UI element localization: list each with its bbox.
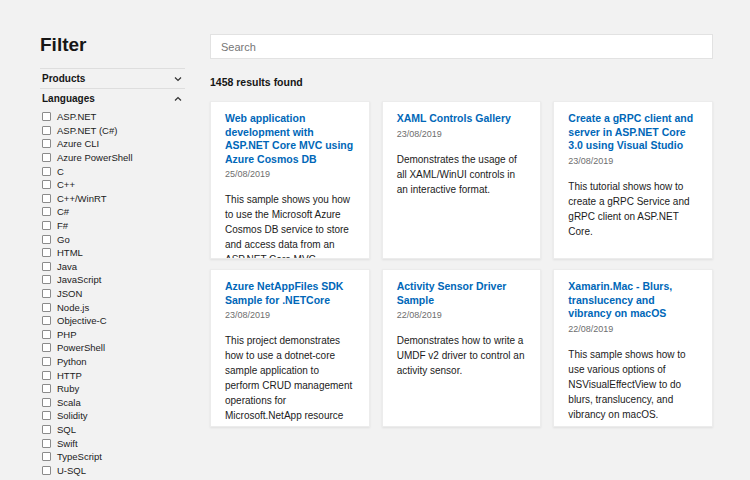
checkbox[interactable] [42, 289, 51, 298]
language-filter-option[interactable]: Python [40, 355, 185, 369]
checkbox[interactable] [42, 466, 51, 475]
language-label: C++/WinRT [57, 193, 106, 204]
language-label: Go [57, 234, 70, 245]
checkbox[interactable] [42, 207, 51, 216]
language-label: SQL [57, 424, 76, 435]
checkbox[interactable] [42, 167, 51, 176]
checkbox[interactable] [42, 384, 51, 393]
language-filter-option[interactable]: C [40, 164, 185, 178]
language-filter-option[interactable]: C# [40, 205, 185, 219]
sample-cards-grid: Web application development with ASP.NET… [210, 101, 713, 427]
language-filter-option[interactable]: Objective-C [40, 314, 185, 328]
checkbox[interactable] [42, 398, 51, 407]
checkbox[interactable] [42, 194, 51, 203]
sample-card-description: Demonstrates how to write a UMDF v2 driv… [397, 333, 527, 378]
language-filter-option[interactable]: PowerShell [40, 341, 185, 355]
chevron-up-icon [173, 94, 183, 104]
language-filter-option[interactable]: Solidity [40, 409, 185, 423]
language-filter-option[interactable]: Ruby [40, 382, 185, 396]
checkbox[interactable] [42, 248, 51, 257]
language-label: F# [57, 220, 68, 231]
language-label: Solidity [57, 410, 88, 421]
sample-card-title-link[interactable]: Azure NetAppFiles SDK Sample for .NETCor… [225, 280, 355, 307]
sample-card-date: 23/08/2019 [568, 156, 698, 166]
checkbox[interactable] [42, 180, 51, 189]
language-label: Python [57, 356, 87, 367]
search-input[interactable] [210, 34, 713, 59]
language-filter-option[interactable]: C++ [40, 178, 185, 192]
checkbox[interactable] [42, 275, 51, 284]
language-label: HTTP [57, 370, 82, 381]
checkbox[interactable] [42, 411, 51, 420]
language-label: U-SQL [57, 465, 86, 476]
results-count: 1458 results found [210, 76, 713, 88]
chevron-down-icon [173, 74, 183, 84]
sample-card: Web application development with ASP.NET… [210, 101, 370, 259]
sample-card-date: 25/08/2019 [225, 169, 355, 179]
sample-card-title-link[interactable]: Web application development with ASP.NET… [225, 112, 355, 166]
checkbox[interactable] [42, 316, 51, 325]
language-filter-option[interactable]: HTML [40, 246, 185, 260]
sample-card-description: This tutorial shows how to create a gRPC… [568, 179, 698, 239]
sample-card: Create a gRPC client and server in ASP.N… [553, 101, 713, 259]
language-filter-option[interactable]: U-SQL [40, 463, 185, 477]
section-header-products[interactable]: Products [40, 68, 185, 88]
sample-card-title-link[interactable]: Create a gRPC client and server in ASP.N… [568, 112, 698, 153]
language-filter-option[interactable]: Java [40, 260, 185, 274]
language-list: ASP.NET ASP.NET (C#) Azure CLI Azure Pow… [40, 110, 185, 477]
language-filter-option[interactable]: JSON [40, 287, 185, 301]
section-header-languages[interactable]: Languages [40, 88, 185, 108]
checkbox[interactable] [42, 303, 51, 312]
checkbox[interactable] [42, 139, 51, 148]
language-label: Ruby [57, 383, 79, 394]
language-filter-option[interactable]: PHP [40, 328, 185, 342]
sample-card-title-link[interactable]: XAML Controls Gallery [397, 112, 527, 126]
language-filter-option[interactable]: Azure CLI [40, 137, 185, 151]
sample-card-description: This project demonstrates how to use a d… [225, 333, 355, 427]
sample-card-description: This sample shows how to use various opt… [568, 347, 698, 422]
sample-card-date: 23/08/2019 [225, 310, 355, 320]
language-filter-option[interactable]: Azure PowerShell [40, 151, 185, 165]
language-filter-option[interactable]: SQL [40, 423, 185, 437]
language-filter-option[interactable]: C++/WinRT [40, 192, 185, 206]
language-filter-option[interactable]: HTTP [40, 368, 185, 382]
language-label: TypeScript [57, 451, 102, 462]
language-label: ASP.NET (C#) [57, 125, 117, 136]
filter-title: Filter [40, 34, 185, 56]
sample-card-title-link[interactable]: Xamarin.Mac - Blurs, translucency and vi… [568, 280, 698, 321]
language-filter-option[interactable]: JavaScript [40, 273, 185, 287]
sample-card-description: This sample shows you how to use the Mic… [225, 192, 355, 259]
checkbox[interactable] [42, 235, 51, 244]
language-label: PowerShell [57, 342, 105, 353]
checkbox[interactable] [42, 439, 51, 448]
language-label: Scala [57, 397, 81, 408]
language-filter-option[interactable]: Node.js [40, 300, 185, 314]
language-label: C [57, 166, 64, 177]
language-filter-option[interactable]: F# [40, 219, 185, 233]
language-label: JavaScript [57, 274, 101, 285]
language-filter-option[interactable]: Go [40, 232, 185, 246]
language-label: Node.js [57, 302, 89, 313]
language-filter-option[interactable]: Scala [40, 395, 185, 409]
checkbox[interactable] [42, 112, 51, 121]
checkbox[interactable] [42, 452, 51, 461]
checkbox[interactable] [42, 126, 51, 135]
language-label: HTML [57, 247, 83, 258]
checkbox[interactable] [42, 357, 51, 366]
checkbox[interactable] [42, 221, 51, 230]
checkbox[interactable] [42, 343, 51, 352]
language-filter-option[interactable]: Swift [40, 436, 185, 450]
sample-card-description: Demonstrates the usage of all XAML/WinUI… [397, 152, 527, 197]
sample-card-title-link[interactable]: Activity Sensor Driver Sample [397, 280, 527, 307]
language-label: C++ [57, 179, 75, 190]
language-filter-option[interactable]: ASP.NET [40, 110, 185, 124]
checkbox[interactable] [42, 262, 51, 271]
sample-card: Activity Sensor Driver Sample 22/08/2019… [382, 269, 542, 427]
language-label: Azure CLI [57, 138, 99, 149]
checkbox[interactable] [42, 371, 51, 380]
checkbox[interactable] [42, 153, 51, 162]
checkbox[interactable] [42, 425, 51, 434]
language-filter-option[interactable]: TypeScript [40, 450, 185, 464]
language-filter-option[interactable]: ASP.NET (C#) [40, 124, 185, 138]
checkbox[interactable] [42, 330, 51, 339]
